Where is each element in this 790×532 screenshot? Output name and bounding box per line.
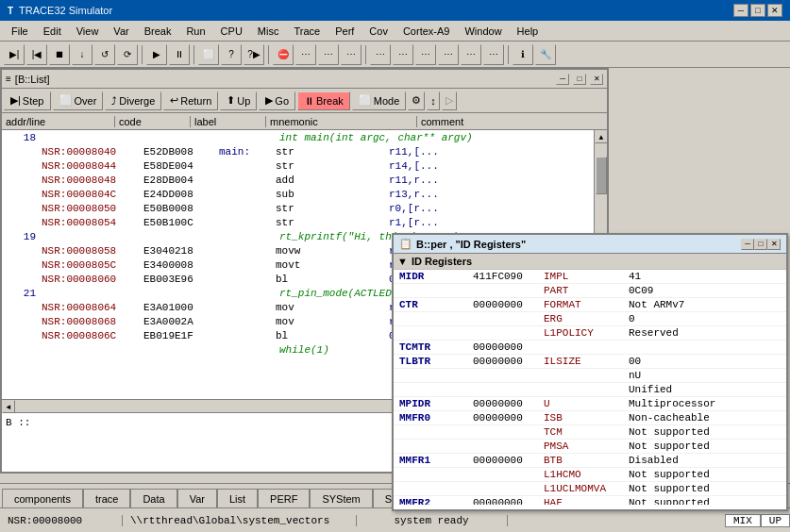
tab-components[interactable]: components	[2, 489, 83, 507]
mode-icon: ⬜	[359, 94, 372, 107]
list-item: MIDR 411FC090 IMPL 41	[394, 270, 786, 284]
go-icon: ▶	[265, 94, 273, 107]
return-button[interactable]: ↩ Return	[163, 91, 218, 110]
code-maximize-btn[interactable]: □	[573, 74, 586, 85]
mode-extra-btn[interactable]: ⚙	[408, 91, 425, 110]
code-header: code	[115, 116, 191, 127]
maximize-button[interactable]: □	[750, 4, 765, 17]
tb-trace3-btn[interactable]: ⋯	[415, 44, 436, 65]
go-button[interactable]: ▶ Go	[259, 91, 295, 110]
menu-view[interactable]: View	[69, 24, 107, 39]
list-item: L1POLICY Reserved	[394, 326, 786, 341]
menu-perf[interactable]: Perf	[328, 24, 361, 39]
tab-list[interactable]: List	[217, 489, 258, 507]
over-icon: ⬜	[59, 94, 73, 107]
comment-header: comment	[417, 116, 594, 127]
list-item: L1UCLMOMVA Not supported	[394, 482, 786, 496]
mode-button[interactable]: ⬜ Mode	[352, 91, 407, 110]
code-minimize-btn[interactable]: ─	[556, 74, 569, 85]
window-list-icon: ≡	[6, 74, 11, 84]
tb-trace6-btn[interactable]: ⋯	[483, 44, 504, 65]
tb-trace1-btn[interactable]: ⋯	[370, 44, 391, 65]
menu-help[interactable]: Help	[510, 24, 546, 39]
menu-cpu[interactable]: CPU	[213, 24, 250, 39]
list-item: L1HCMO Not supported	[394, 468, 786, 482]
scroll-thumb[interactable]	[596, 157, 607, 194]
menu-file[interactable]: File	[4, 24, 36, 39]
scroll-up-btn[interactable]: ▲	[595, 130, 607, 143]
code-extra-btn[interactable]: ↕	[427, 91, 440, 110]
code-gray-btn[interactable]: ▷	[442, 91, 457, 110]
scroll-left-btn[interactable]: ◄	[2, 400, 15, 413]
label-header: label	[191, 116, 266, 127]
table-row: NSR:00008040 E52DB008 main: str r11,[...	[2, 144, 607, 158]
toolbar-separator-4	[365, 45, 366, 64]
tb-help-btn[interactable]: ?	[221, 44, 242, 65]
tb-stop2-btn[interactable]: ⛔	[273, 44, 294, 65]
tb-bp2-btn[interactable]: ⋯	[318, 44, 339, 65]
minimize-button[interactable]: ─	[733, 4, 748, 17]
tb-trace2-btn[interactable]: ⋯	[393, 44, 413, 65]
menu-window[interactable]: Window	[457, 24, 509, 39]
menu-trace[interactable]: Trace	[286, 24, 328, 39]
tb-trace4-btn[interactable]: ⋯	[438, 44, 459, 65]
menu-cov[interactable]: Cov	[361, 24, 395, 39]
tb-bp1-btn[interactable]: ⋯	[295, 44, 316, 65]
tb-undo-btn[interactable]: ↺	[94, 44, 115, 65]
break-button[interactable]: ⏸ Break	[297, 91, 350, 110]
diverge-button[interactable]: ⤴ Diverge	[105, 91, 161, 110]
tab-var[interactable]: Var	[177, 489, 217, 507]
list-item: ERG 0	[394, 312, 786, 326]
id-minimize-btn[interactable]: ─	[741, 239, 754, 250]
up-button[interactable]: ⬆ Up	[220, 91, 257, 110]
tab-system[interactable]: SYStem	[310, 489, 372, 507]
addr-header: addr/line	[2, 116, 115, 127]
toolbar-separator-3	[268, 45, 269, 64]
id-maximize-btn[interactable]: □	[754, 239, 767, 250]
tb-disp-btn[interactable]: ⬜	[198, 44, 219, 65]
tb-back-btn[interactable]: |◀	[26, 44, 47, 65]
up-icon: ⬆	[227, 94, 235, 107]
status-mix: MIX	[725, 514, 761, 527]
id-register-list[interactable]: MIDR 411FC090 IMPL 41 PART 0C09 CTR 0000…	[394, 270, 786, 505]
menu-var[interactable]: Var	[106, 24, 136, 39]
tab-trace[interactable]: trace	[83, 489, 130, 507]
toolbar-separator-2	[193, 45, 194, 64]
tb-step-btn[interactable]: ▶|	[4, 44, 25, 65]
return-icon: ↩	[170, 94, 178, 107]
menu-bar: File Edit View Var Break Run CPU Misc Tr…	[0, 21, 790, 42]
over-button[interactable]: ⬜ Over	[53, 91, 104, 110]
expand-icon: ▼	[397, 256, 408, 267]
code-close-btn[interactable]: ✕	[590, 74, 603, 85]
tb-run-btn[interactable]: ▶	[146, 44, 167, 65]
command-prefix: B ::	[6, 417, 30, 428]
id-window-icon: 📋	[399, 238, 412, 250]
tb-helprun-btn[interactable]: ?▶	[244, 44, 264, 65]
menu-break[interactable]: Break	[137, 24, 179, 39]
close-button[interactable]: ✕	[767, 4, 782, 17]
list-item: TLBTR 00000000 ILSIZE 00	[394, 355, 786, 369]
menu-cortex[interactable]: Cortex-A9	[395, 24, 458, 39]
tb-stop-btn[interactable]: ⏹	[49, 44, 70, 65]
table-row: NSR:00008044 E58DE004 str r14,[...	[2, 158, 607, 173]
tb-refresh-btn[interactable]: ⟳	[117, 44, 138, 65]
tb-pause-btn[interactable]: ⏸	[169, 44, 190, 65]
tb-settings-btn[interactable]: 🔧	[535, 44, 556, 65]
step-button[interactable]: ▶| Step	[4, 91, 51, 110]
id-close-btn[interactable]: ✕	[767, 239, 781, 250]
tab-data[interactable]: Data	[130, 489, 176, 507]
menu-edit[interactable]: Edit	[36, 24, 69, 39]
id-section-header: ▼ ID Registers	[394, 254, 786, 270]
menu-run[interactable]: Run	[178, 24, 212, 39]
tb-bp3-btn[interactable]: ⋯	[341, 44, 361, 65]
code-window-title-bar: ≡ [B::List] ─ □ ✕	[2, 70, 607, 89]
list-item: MMFR2 00000000 HAF Not supported	[394, 496, 786, 505]
list-item: TCM Not supported	[394, 425, 786, 440]
tab-perf[interactable]: PERF	[258, 489, 310, 507]
menu-misc[interactable]: Misc	[250, 24, 287, 39]
toolbar-separator-1	[142, 45, 143, 64]
tb-info-btn[interactable]: ℹ	[513, 44, 533, 65]
tb-down-btn[interactable]: ↓	[72, 44, 92, 65]
tb-trace5-btn[interactable]: ⋯	[461, 44, 481, 65]
table-row: NSR:00008050 E50B0008 str r0,[r...	[2, 201, 607, 215]
